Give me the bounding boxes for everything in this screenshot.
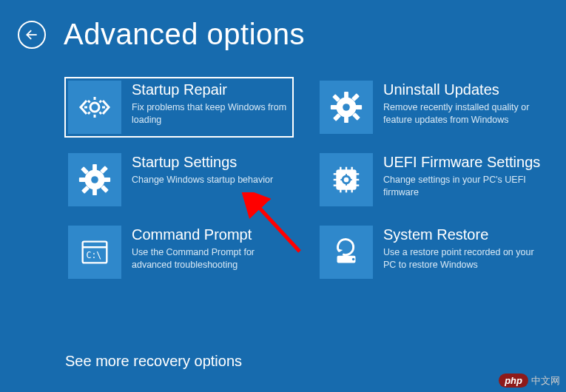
svg-rect-30 (337, 171, 356, 189)
svg-rect-25 (104, 178, 111, 182)
tile-uefi-firmware[interactable]: UEFI Firmware Settings Change settings i… (317, 150, 545, 209)
svg-text:C:\: C:\ (86, 250, 101, 260)
tile-system-restore[interactable]: System Restore Use a restore point recor… (317, 223, 545, 282)
svg-rect-24 (79, 178, 87, 182)
restore-icon (320, 226, 373, 279)
svg-rect-22 (92, 164, 97, 172)
svg-rect-13 (344, 116, 348, 124)
gear-icon (320, 81, 373, 134)
svg-rect-23 (92, 189, 97, 196)
see-more-link[interactable]: See more recovery options (65, 353, 242, 370)
tile-title: UEFI Firmware Settings (383, 153, 542, 171)
tile-title: Uninstall Updates (383, 81, 542, 98)
tile-desc: Fix problems that keep Windows from load… (132, 101, 290, 126)
svg-point-1 (90, 103, 99, 112)
watermark: php 中文网 (499, 374, 560, 388)
tile-desc: Change settings in your PC's UEFI firmwa… (383, 174, 542, 199)
watermark-text: 中文网 (531, 374, 560, 388)
tile-desc: Use a restore point recorded on your PC … (383, 246, 542, 271)
svg-rect-15 (355, 105, 363, 109)
tile-title: System Restore (383, 226, 542, 243)
watermark-brand: php (499, 374, 528, 388)
back-button[interactable] (18, 21, 46, 49)
tile-title: Command Prompt (132, 226, 290, 243)
svg-rect-12 (344, 92, 348, 99)
tile-title: Startup Repair (132, 81, 290, 98)
tile-command-prompt[interactable]: C:\ Command Prompt Use the Command Promp… (65, 223, 293, 282)
options-grid: Startup Repair Fix problems that keep Wi… (0, 51, 566, 282)
svg-line-9 (88, 112, 90, 115)
tile-desc: Remove recently installed quality or fea… (383, 101, 542, 126)
page-title: Advanced options (64, 18, 305, 51)
svg-rect-14 (331, 105, 338, 109)
cmd-icon: C:\ (68, 226, 121, 279)
svg-line-7 (88, 101, 90, 103)
svg-line-6 (100, 101, 102, 103)
tile-title: Startup Settings (132, 153, 290, 171)
tile-desc: Use the Command Prompt for advanced trou… (132, 246, 290, 271)
chip-gear-icon (320, 153, 373, 206)
svg-point-21 (91, 176, 98, 183)
tile-desc: Change Windows startup behavior (132, 174, 290, 186)
svg-point-11 (343, 104, 350, 111)
code-gear-icon (68, 81, 121, 134)
svg-line-8 (100, 112, 102, 115)
tile-startup-repair[interactable]: Startup Repair Fix problems that keep Wi… (65, 78, 293, 137)
svg-point-52 (352, 258, 354, 260)
arrow-left-icon (24, 27, 39, 42)
tile-startup-settings[interactable]: Startup Settings Change Windows startup … (65, 150, 293, 209)
gear-icon (68, 153, 121, 206)
tile-uninstall-updates[interactable]: Uninstall Updates Remove recently instal… (317, 78, 545, 137)
